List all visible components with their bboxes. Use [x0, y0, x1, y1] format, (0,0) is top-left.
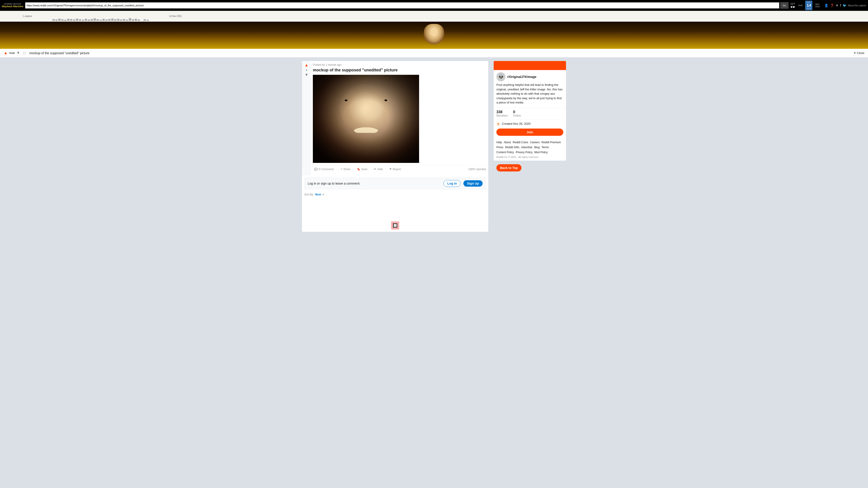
eye-left [345, 99, 347, 101]
timeline-strip[interactable]: 1 capture 14 Nov 2021 [0, 11, 868, 22]
timeline-tick [111, 19, 114, 21]
footer-link-reddit-gifts[interactable]: Reddit Gifts [505, 146, 520, 149]
footer-link-mod-policy[interactable]: Mod Policy [534, 151, 548, 154]
sidebar-stats: 338 Members 0 Online [494, 107, 566, 120]
timeline-tick [114, 19, 116, 21]
reddit-icon-placeholder: 🔲 [391, 221, 399, 230]
timeline-tick [135, 19, 137, 21]
wayback-logo-text: INTERNET ARCHIVE [4, 3, 21, 5]
timeline-tick [73, 20, 75, 21]
cal-current-date-block[interactable]: NOV 14 2021 [805, 1, 812, 10]
comment-section: Log in or sign up to leave a comment Log… [302, 175, 488, 200]
sidebar-header: 👽 r/OriginalJTKImage [494, 70, 566, 83]
sidebar-card: 👽 r/OriginalJTKImage Post anything helpf… [494, 61, 566, 161]
timeline-tick [126, 20, 128, 21]
oct-label: OCT [790, 3, 795, 5]
share-button[interactable]: Share [339, 167, 352, 172]
cal-current-day: 14 [807, 3, 811, 7]
sidebar-banner [494, 61, 566, 70]
login-button[interactable]: Log In [443, 180, 461, 187]
cal-left-arrow[interactable]: ◀ [790, 5, 792, 8]
wayback-logo[interactable]: INTERNET ARCHIVE Wayback Machine [2, 3, 23, 8]
action-bar: 0 Comments Share Save Hide [313, 165, 486, 173]
close-label: Close [857, 51, 864, 55]
timeline-tick [129, 18, 131, 21]
footer-link-terms[interactable]: Terms [541, 146, 549, 149]
user-icon[interactable]: 👤 [825, 4, 828, 7]
vote-label-bar: Vote [9, 51, 15, 55]
face-eyes [345, 99, 387, 101]
report-button[interactable]: Report [388, 167, 402, 172]
wayback-go-button[interactable]: Go [780, 2, 789, 8]
downvote-button[interactable]: ▼ [305, 72, 309, 77]
sort-best-button[interactable]: Best [315, 193, 321, 196]
timeline-tick [55, 20, 58, 21]
footer-link-about[interactable]: About [504, 141, 511, 144]
upvote-button[interactable]: ▲ [305, 63, 309, 68]
timeline-tick [82, 20, 84, 21]
help-icon[interactable]: ❓ [830, 4, 834, 7]
footer-link-press[interactable]: Press [496, 146, 503, 149]
timeline-container[interactable] [34, 12, 167, 21]
post-meta: Posted by 1 minute ago [313, 63, 486, 66]
post-image-container[interactable] [313, 75, 419, 163]
timeline-tick [117, 19, 119, 21]
upvote-button-bar[interactable]: ▲ [4, 51, 8, 55]
wayback-prev-nav: OCT ◀ ▶ [790, 3, 795, 8]
timeline-tick [58, 19, 61, 21]
save-button[interactable]: Save [355, 167, 369, 172]
created-label: Created Nov 26, 2020 [502, 122, 530, 125]
timeline-tick [144, 19, 146, 21]
footer-link-blog[interactable]: Blog [534, 146, 539, 149]
banner-face-image [424, 24, 444, 44]
subreddit-name[interactable]: r/OriginalJTKImage [507, 75, 536, 78]
twitter-icon[interactable]: 🐦 [843, 4, 846, 7]
timeline-tick [138, 20, 140, 21]
hide-button[interactable]: Hide [372, 167, 384, 172]
timeline-tick [99, 20, 102, 21]
members-stat: 338 Members [496, 110, 508, 117]
post-inner: ▲ • ▼ Posted by 1 minute ago mockup of t… [302, 61, 488, 175]
downvote-button-bar[interactable]: ▼ [16, 51, 20, 55]
members-count: 338 [496, 110, 508, 114]
empty-comments-area: 🔲 [302, 200, 488, 232]
dec-label: DEC [815, 3, 819, 5]
capture-count: 1 capture [23, 15, 32, 18]
comment-icon [314, 168, 318, 171]
footer-link-reddit-coins[interactable]: Reddit Coins [513, 141, 528, 144]
footer-link-advertise[interactable]: Advertise [521, 146, 532, 149]
sidebar-description: Post anything helpful that will lead to … [494, 83, 566, 107]
sidebar-footer: Help About Reddit Coins Careers Reddit P… [494, 138, 566, 161]
join-button[interactable]: Join [496, 129, 563, 136]
timeline-tick [53, 19, 55, 21]
post-heading: mockup of the supposed "unedited" pictur… [313, 68, 486, 72]
footer-link-reddit-premium[interactable]: Reddit Premium [541, 141, 561, 144]
timeline-tick [70, 19, 72, 21]
wayback-calendar: OCT ◀ ▶ 2020 NOV 14 2021 DEC 2022 👤 ❓ ✕ … [790, 1, 866, 10]
post-card: ▲ • ▼ Posted by 1 minute ago mockup of t… [302, 61, 488, 232]
hide-icon [374, 168, 376, 171]
back-to-top-button[interactable]: Back to Top [496, 164, 522, 171]
facebook-icon[interactable]: f [840, 4, 841, 7]
close-x-icon[interactable]: ✕ [836, 4, 838, 7]
share-icon [340, 168, 342, 171]
footer-link-privacy-policy[interactable]: Privacy Policy [516, 151, 532, 154]
cal-next-date-block: DEC 2022 [814, 3, 821, 8]
vote-column: ▲ • ▼ [302, 61, 311, 175]
comments-button[interactable]: 0 Comments [313, 167, 335, 172]
footer-link-content-policy[interactable]: Content Policy [496, 151, 514, 154]
about-capture-link[interactable]: About this capture [848, 4, 866, 7]
hide-label: Hide [377, 168, 383, 171]
cal-right-arrow[interactable]: ▶ [793, 5, 795, 8]
timeline-tick [108, 19, 111, 21]
close-button[interactable]: ✕ Close [854, 51, 864, 55]
timeline-tick [132, 19, 134, 21]
wayback-logo-main: Wayback Machine [2, 5, 23, 8]
online-label: Online [513, 114, 521, 117]
sort-dropdown-icon[interactable]: ▾ [322, 193, 324, 196]
wayback-url-input[interactable] [25, 2, 779, 8]
timeline-tick [123, 19, 125, 21]
footer-link-careers[interactable]: Careers [530, 141, 540, 144]
footer-link-help[interactable]: Help [496, 141, 502, 144]
signup-button[interactable]: Sign Up [463, 180, 483, 187]
